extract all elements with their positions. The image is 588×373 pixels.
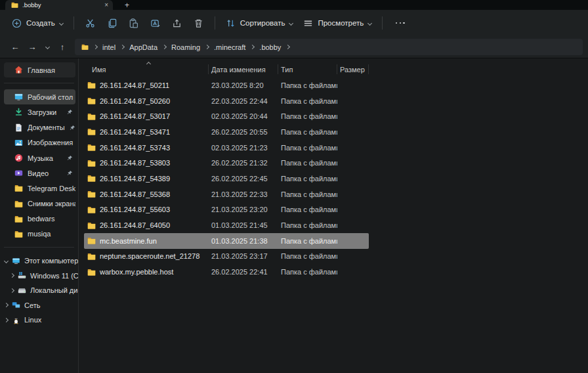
tree-expander-icon[interactable] xyxy=(4,318,9,322)
sidebar-item-label: bedwars xyxy=(28,215,55,223)
rename-button[interactable] xyxy=(144,14,166,32)
file-modified: 21.03.2025 23:20 xyxy=(209,206,278,213)
sidebar-item-icon xyxy=(14,215,23,223)
new-button[interactable]: Создать xyxy=(7,14,68,32)
view-button[interactable]: Просмотреть xyxy=(298,14,377,32)
file-row[interactable]: 26.161.244.87_55603 21.03.2025 23:20 Пап… xyxy=(84,202,369,218)
sidebar-tree-item[interactable]: Linux xyxy=(0,313,78,328)
column-header-name[interactable]: Имя xyxy=(84,64,209,74)
file-list: 26.161.244.87_50211 23.03.2025 8:20 Папк… xyxy=(84,77,369,280)
file-row[interactable]: 26.161.244.87_53803 26.02.2025 21:32 Пап… xyxy=(84,155,369,171)
rename-icon xyxy=(150,18,160,28)
sidebar-item-label: Изображения xyxy=(28,139,73,146)
new-button-label: Создать xyxy=(26,19,55,27)
forward-button[interactable]: → xyxy=(24,43,41,51)
cut-button[interactable] xyxy=(79,14,101,32)
file-row[interactable]: 26.161.244.87_50211 23.03.2025 8:20 Папк… xyxy=(84,77,369,93)
sidebar-item-label: Локальный диск (D xyxy=(30,286,78,294)
sidebar-item-label: musiqa xyxy=(28,230,51,238)
sidebar-item-label: Загрузки xyxy=(28,108,56,116)
file-type: Папка с файлами xyxy=(278,175,337,183)
sidebar-tree: Этот компьютер Windows 11 (C:) Локальный… xyxy=(0,253,78,328)
file-row[interactable]: 26.161.244.87_53743 02.03.2025 21:23 Пап… xyxy=(84,140,369,156)
sidebar-item-label: Документы xyxy=(28,123,65,131)
sidebar-item-icon xyxy=(12,257,20,265)
sidebar-item[interactable]: Рабочий стол xyxy=(4,89,75,104)
pin-icon xyxy=(70,125,75,131)
new-tab-button[interactable]: + xyxy=(125,1,129,9)
file-row[interactable]: 26.161.244.87_50260 22.03.2025 22:44 Пап… xyxy=(84,93,369,109)
file-modified: 26.02.2025 22:41 xyxy=(209,268,278,276)
sidebar-item[interactable]: Telegram Desktop xyxy=(4,181,75,196)
file-row[interactable]: 26.161.244.87_54389 26.02.2025 22:45 Пап… xyxy=(84,171,369,186)
sidebar-item[interactable]: Документы xyxy=(4,120,75,135)
sidebar-item[interactable]: Изображения xyxy=(4,135,75,150)
file-name: 26.161.244.87_54389 xyxy=(100,175,170,183)
column-header-type[interactable]: Тип xyxy=(278,64,337,74)
file-row[interactable]: neptune.spaceroute.net_21278 21.03.2025 … xyxy=(84,249,369,265)
breadcrumb-segment[interactable]: intel xyxy=(102,43,124,51)
paste-button[interactable] xyxy=(123,14,144,32)
tree-expander-icon[interactable] xyxy=(10,288,14,293)
breadcrumb-segment[interactable]: AppData xyxy=(129,43,166,51)
file-type: Папка с файлами xyxy=(278,97,337,105)
sidebar-tree-item[interactable]: Локальный диск (D xyxy=(0,283,78,298)
file-modified: 23.03.2025 8:20 xyxy=(209,81,278,89)
tab-bobby[interactable]: .bobby × xyxy=(5,0,113,10)
sidebar-tree-item[interactable]: Сеть xyxy=(0,298,78,313)
folder-icon xyxy=(11,1,18,9)
sidebar-pinned-list: Рабочий стол Загрузки Документы Изображе… xyxy=(0,89,78,242)
scissors-icon xyxy=(85,18,95,28)
file-row[interactable]: 26.161.244.87_55368 21.03.2025 22:33 Пап… xyxy=(84,186,369,202)
tree-expander-icon[interactable] xyxy=(10,273,14,278)
sidebar-item[interactable]: Снимки экрана xyxy=(4,196,75,211)
tab-close-icon[interactable]: × xyxy=(104,2,108,9)
sidebar-divider xyxy=(4,247,74,248)
delete-button[interactable] xyxy=(188,14,209,32)
tree-expander-icon[interactable] xyxy=(4,259,9,263)
sidebar-item-icon xyxy=(14,184,23,192)
file-modified: 02.03.2025 20:44 xyxy=(209,112,278,120)
view-button-label: Просмотреть xyxy=(318,19,364,27)
command-bar: Создать xyxy=(0,10,588,36)
sidebar-item[interactable]: bedwars xyxy=(4,211,75,227)
more-options-button[interactable] xyxy=(388,22,412,24)
file-name: warbox.my.pebble.host xyxy=(100,268,173,276)
sort-button[interactable]: Сортировать xyxy=(220,14,299,32)
file-row[interactable]: mc.beastmine.fun 01.03.2025 21:38 Папка … xyxy=(84,233,369,249)
breadcrumb-segment[interactable]: Roaming xyxy=(171,43,209,51)
folder-icon xyxy=(87,143,96,152)
file-type: Папка с файлами xyxy=(278,112,337,120)
sidebar-tree-item[interactable]: Windows 11 (C:) xyxy=(0,269,78,284)
breadcrumb-box[interactable]: intel AppData Roaming .minecraft .bobby xyxy=(75,39,583,55)
file-row[interactable]: warbox.my.pebble.host 26.02.2025 22:41 П… xyxy=(84,264,369,280)
recent-locations-button[interactable] xyxy=(41,45,54,49)
breadcrumb-segment[interactable]: .minecraft xyxy=(214,43,254,51)
sidebar-item[interactable]: Видео xyxy=(4,165,75,181)
breadcrumb-segment[interactable]: .bobby xyxy=(259,43,289,51)
file-row[interactable]: 26.161.244.87_53017 02.03.2025 20:44 Пап… xyxy=(84,108,369,124)
sidebar-item-icon xyxy=(14,139,23,147)
sidebar-item-label: Главная xyxy=(28,66,55,74)
sidebar-item-home[interactable]: Главная xyxy=(4,62,75,77)
sidebar-item[interactable]: Музыка xyxy=(4,150,75,165)
tree-expander-icon[interactable] xyxy=(4,303,9,307)
file-row[interactable]: 26.161.244.87_64050 01.03.2025 21:45 Пап… xyxy=(84,217,369,233)
sidebar-item[interactable]: musiqa xyxy=(4,227,75,242)
sidebar-tree-item[interactable]: Этот компьютер xyxy=(0,253,78,269)
share-button[interactable] xyxy=(166,14,188,32)
copy-button[interactable] xyxy=(101,14,123,32)
file-type: Папка с файлами xyxy=(278,221,337,229)
breadcrumb-label: intel xyxy=(102,43,116,51)
file-name: neptune.spaceroute.net_21278 xyxy=(100,252,200,260)
column-header-modified[interactable]: Дата изменения xyxy=(209,64,278,74)
file-modified: 02.03.2025 21:23 xyxy=(209,144,278,152)
file-row[interactable]: 26.161.244.87_53471 26.02.2025 20:55 Пап… xyxy=(84,124,369,140)
sidebar-item[interactable]: Загрузки xyxy=(4,104,75,120)
back-button[interactable]: ← xyxy=(7,43,24,51)
chevron-down-icon xyxy=(368,20,372,25)
sidebar-item-icon xyxy=(14,93,23,101)
pin-icon xyxy=(67,109,73,115)
column-header-size[interactable]: Размер xyxy=(337,64,369,74)
up-button[interactable]: ↑ xyxy=(54,43,71,51)
